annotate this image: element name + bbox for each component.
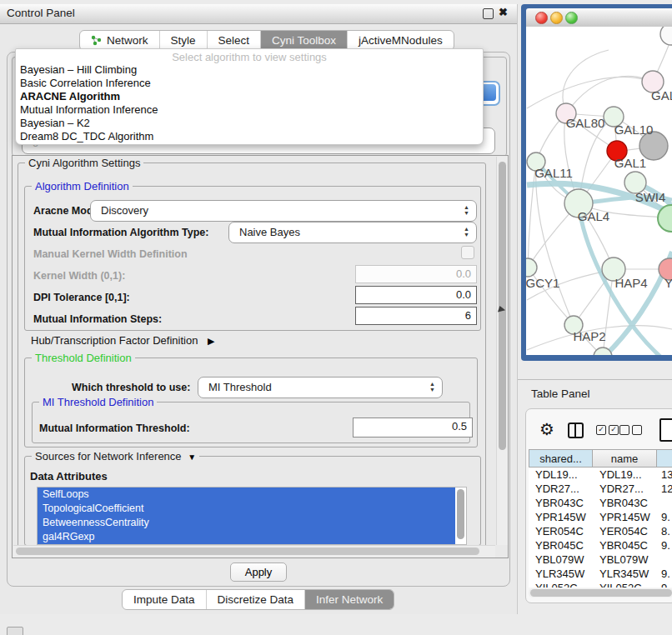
table-cell: YER054C: [593, 524, 657, 538]
node-label: GAL11: [534, 166, 573, 180]
table-scrollbar-thumb[interactable]: [530, 589, 672, 597]
mi-type-label: Mutual Information Algorithm Type:: [33, 227, 208, 238]
table-row[interactable]: YER054C YER054C 8.: [529, 524, 672, 538]
manual-kernel-label: Manual Kernel Width Definition: [33, 248, 188, 260]
tab-label: Impute Data: [133, 593, 195, 606]
network-node-labels: GAL GAL80 GAL10 GAL1 GAL11 SWI4 GAL4 GCY…: [526, 88, 672, 343]
tab-impute-data[interactable]: Impute Data: [123, 590, 206, 609]
aracne-mode-value: Discovery: [101, 201, 148, 221]
dock-panel-button[interactable]: [7, 627, 23, 635]
table-cell: YBL079W: [529, 552, 593, 567]
tab-discretize-data[interactable]: Discretize Data: [206, 590, 305, 609]
table-row[interactable]: YBR043C YBR043C: [529, 496, 672, 510]
traffic-light-zoom-icon[interactable]: [565, 12, 578, 24]
dropdown-item[interactable]: Bayesian – K2: [16, 117, 483, 130]
list-scrollbar-thumb[interactable]: [457, 489, 464, 539]
node-label: GAL10: [614, 122, 654, 137]
node-label: GAL: [651, 88, 672, 102]
table-row[interactable]: YIL052C YIL052C 9.: [529, 581, 672, 588]
table-cell: 9.: [657, 581, 672, 588]
traffic-light-close-icon[interactable]: [535, 12, 548, 24]
file-icon[interactable]: [659, 418, 672, 442]
screen: Control Panel ✖ Network Style Se: [0, 0, 672, 635]
table-row[interactable]: YBL079W YBL079W: [529, 552, 672, 567]
table-row[interactable]: YLR345W YLR345W 9.: [529, 567, 672, 581]
table-cell: YPR145W: [529, 510, 593, 524]
tab-label: Infer Network: [316, 593, 383, 606]
dropdown-item[interactable]: Mutual Information Inference: [16, 103, 483, 117]
tab-network[interactable]: Network: [80, 31, 159, 50]
tab-style[interactable]: Style: [159, 31, 207, 50]
table-cell: 9.: [657, 538, 672, 552]
table-cell: YBR043C: [593, 496, 657, 510]
kernel-width-field: 0.0: [355, 265, 477, 283]
traffic-light-minimize-icon[interactable]: [550, 12, 563, 24]
network-canvas[interactable]: GAL GAL80 GAL10 GAL1 GAL11 SWI4 GAL4 GCY…: [526, 27, 672, 355]
table-panel-divider: [518, 379, 672, 380]
tab-label: Style: [171, 34, 196, 47]
table-cell: YLR345W: [593, 567, 657, 581]
column-header[interactable]: A: [657, 449, 672, 468]
mi-steps-field[interactable]: 6: [355, 307, 477, 325]
table-cell: 9.: [657, 510, 672, 524]
dropdown-item-selected[interactable]: ARACNE Algorithm: [16, 90, 483, 103]
tab-select[interactable]: Select: [207, 31, 261, 50]
dropdown-item[interactable]: Dream8 DC_TDC Algorithm: [16, 130, 483, 143]
network-node[interactable]: [660, 27, 672, 45]
column-header-name[interactable]: name: [593, 449, 657, 468]
hub-definition-toggle[interactable]: Hub/Transcription Factor Definition ▶: [31, 334, 214, 347]
table-row[interactable]: YPR145W YPR145W 9.: [529, 510, 672, 524]
network-window-titlebar[interactable]: [526, 8, 672, 28]
table-row[interactable]: YBR045C YBR045C 9.: [529, 538, 672, 552]
select-all-columns-icon[interactable]: ✓ ✓: [596, 425, 619, 435]
sources-toggle[interactable]: Sources for Network Inference ▼: [32, 450, 199, 462]
table-panel: ⚙ ✓ ✓ shared... name A YDL19... YDL19...…: [525, 408, 672, 603]
columns-icon[interactable]: [568, 422, 584, 438]
table-cell: [657, 496, 672, 510]
apply-button[interactable]: Apply: [230, 562, 287, 582]
column-header-shared-name[interactable]: shared...: [529, 449, 593, 468]
dropdown-item[interactable]: Bayesian – Hill Climbing: [16, 63, 483, 77]
dropdown-item[interactable]: Basic Correlation Inference: [16, 77, 483, 90]
hub-definition-label: Hub/Transcription Factor Definition: [31, 334, 198, 347]
panel-title: Control Panel: [7, 7, 75, 19]
list-item[interactable]: TopologicalCoefficient: [38, 502, 455, 516]
which-threshold-value: MI Threshold: [208, 378, 272, 398]
table-row[interactable]: YDL19... YDL19... 13: [529, 468, 672, 482]
tab-cyni-toolbox[interactable]: Cyni Toolbox: [260, 31, 347, 50]
list-item[interactable]: BetweennessCentrality: [38, 516, 455, 530]
table-cell: YPR145W: [593, 510, 657, 524]
mi-steps-label: Mutual Information Steps:: [33, 313, 162, 325]
aracne-mode-combobox[interactable]: Discovery ▲▼: [90, 200, 477, 222]
list-item[interactable]: gal4RGexp: [38, 530, 455, 544]
table-cell: YBR045C: [593, 538, 657, 552]
dpi-tolerance-field[interactable]: 0.0: [355, 286, 477, 304]
table-row[interactable]: YDR27... YDR27... 12: [529, 482, 672, 496]
tab-infer-network[interactable]: Infer Network: [304, 590, 394, 609]
gear-icon[interactable]: ⚙: [539, 419, 554, 439]
table-cell: YBR043C: [529, 496, 593, 510]
node-label: GAL4: [578, 209, 609, 223]
horizontal-scrollbar-thumb[interactable]: [16, 548, 479, 555]
spinner-icon: ▲▼: [464, 226, 469, 238]
mi-threshold-field[interactable]: 0.5: [353, 418, 473, 438]
settings-vertical-scrollbar: [496, 157, 508, 545]
which-threshold-combobox[interactable]: MI Threshold ▲▼: [198, 377, 443, 398]
chevron-down-icon: ▼: [188, 452, 196, 462]
network-icon: [91, 35, 102, 46]
table-cell: YBR045C: [529, 538, 593, 552]
mi-type-combobox[interactable]: Naive Bayes ▲▼: [228, 222, 477, 243]
network-node[interactable]: [526, 258, 537, 277]
float-icon[interactable]: [483, 8, 494, 19]
node-label: HAP4: [614, 276, 647, 290]
table-cell: YIL052C: [593, 581, 657, 588]
tab-jactivemnodules[interactable]: jActiveMNodules: [347, 31, 454, 50]
table-cell: 13: [657, 468, 672, 482]
table-cell: YDL19...: [529, 468, 593, 482]
table-cell: YBL079W: [593, 552, 657, 567]
network-view-window: GAL GAL80 GAL10 GAL1 GAL11 SWI4 GAL4 GCY…: [521, 4, 672, 361]
close-icon[interactable]: ✖: [499, 6, 508, 18]
list-item[interactable]: SelfLoops: [38, 488, 455, 502]
deselect-all-columns-icon[interactable]: [619, 425, 642, 435]
node-label: GCY1: [526, 276, 559, 290]
